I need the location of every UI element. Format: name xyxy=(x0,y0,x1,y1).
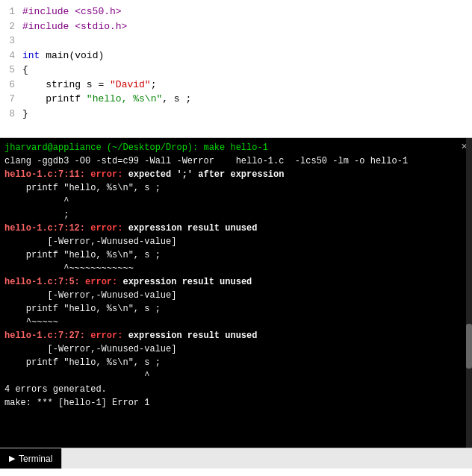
code-line: 1#include <cs50.h> xyxy=(0,4,472,19)
code-line: 4int main(void) xyxy=(0,48,472,63)
line-content: string s = "David"; xyxy=(22,78,472,93)
code-line: 8} xyxy=(0,107,472,122)
line-number: 1 xyxy=(0,4,15,19)
code-line: 3 xyxy=(0,34,472,48)
terminal-output: jharvard@appliance (~/Desktop/Drop): mak… xyxy=(0,138,472,413)
line-number: 8 xyxy=(0,107,15,122)
line-number: 6 xyxy=(0,78,15,93)
line-content: { xyxy=(22,63,472,78)
terminal-line: [-Werror,-Wunused-value] xyxy=(4,342,468,356)
terminal-line: hello-1.c:7:5: error: expression result … xyxy=(4,275,468,289)
line-number: 4 xyxy=(0,48,15,63)
line-number: 3 xyxy=(0,34,15,48)
code-line: 6 string s = "David"; xyxy=(0,78,472,93)
line-content: } xyxy=(22,107,472,122)
terminal-line: jharvard@appliance (~/Desktop/Drop): mak… xyxy=(4,141,468,154)
line-content: int main(void) xyxy=(22,48,472,63)
terminal-line: printf "hello, %s\n", s ; xyxy=(4,356,468,369)
line-content: printf "hello, %s\n", s ; xyxy=(22,92,472,107)
terminal-line: printf "hello, %s\n", s ; xyxy=(4,248,468,262)
terminal-tab[interactable]: ▶ Terminal xyxy=(0,448,62,469)
tab-bar: ▶ Terminal xyxy=(0,448,472,469)
terminal-line: ^~~~~~ xyxy=(4,316,468,329)
terminal-line: ^ xyxy=(4,195,468,208)
terminal-container[interactable]: jharvard@appliance (~/Desktop/Drop): mak… xyxy=(0,138,472,448)
terminal-line: hello-1.c:7:12: error: expression result… xyxy=(4,222,468,235)
code-line: 2#include <stdio.h> xyxy=(0,19,472,34)
terminal-line: ^~~~~~~~~~~~~ xyxy=(4,262,468,275)
terminal-line: make: *** [hello-1] Error 1 xyxy=(4,396,468,410)
code-line: 7 printf "hello, %s\n", s ; xyxy=(0,92,472,107)
terminal-line: hello-1.c:7:11: error: expected ';' afte… xyxy=(4,168,468,181)
terminal-line: 4 errors generated. xyxy=(4,383,468,396)
terminal-line: ^ xyxy=(4,369,468,383)
code-editor: 1#include <cs50.h>2#include <stdio.h>34i… xyxy=(0,0,472,138)
line-number: 2 xyxy=(0,19,15,34)
terminal-tab-icon: ▶ xyxy=(9,454,15,463)
terminal-line: printf "hello, %s\n", s ; xyxy=(4,302,468,316)
terminal-scrollbar[interactable] xyxy=(466,138,472,448)
terminal-scrollbar-thumb xyxy=(466,324,472,369)
line-content: #include <stdio.h> xyxy=(22,19,472,34)
terminal-line: ; xyxy=(4,208,468,222)
line-content: #include <cs50.h> xyxy=(22,4,472,19)
terminal-line: clang -ggdb3 -O0 -std=c99 -Wall -Werror … xyxy=(4,154,468,168)
line-number: 5 xyxy=(0,63,15,78)
line-number: 7 xyxy=(0,92,15,107)
terminal-line: [-Werror,-Wunused-value] xyxy=(4,289,468,302)
terminal-tab-label: Terminal xyxy=(19,454,52,464)
terminal-line: printf "hello, %s\n", s ; xyxy=(4,181,468,195)
terminal-line: hello-1.c:7:27: error: expression result… xyxy=(4,329,468,342)
terminal-line: [-Werror,-Wunused-value] xyxy=(4,235,468,248)
code-line: 5{ xyxy=(0,63,472,78)
